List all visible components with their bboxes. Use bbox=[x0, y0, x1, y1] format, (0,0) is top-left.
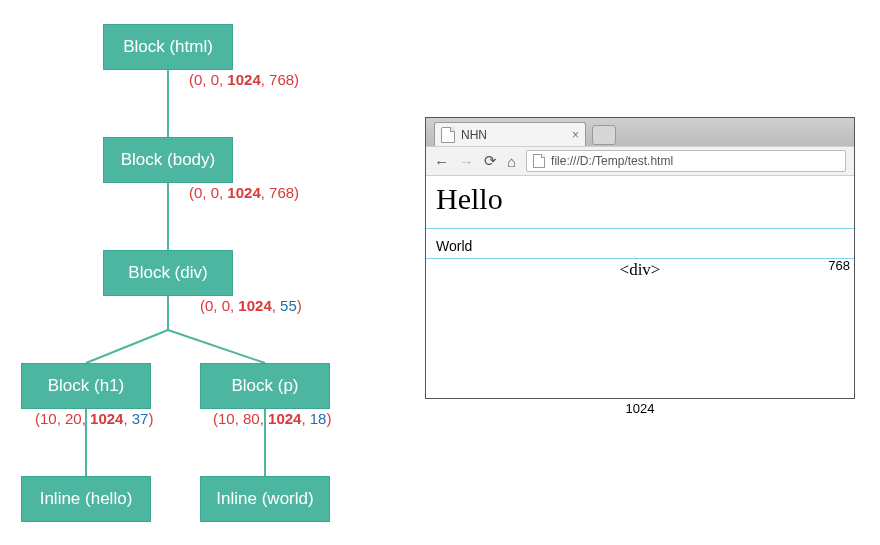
browser-viewport: Hello World <div> 768 bbox=[426, 176, 854, 398]
page-h1: Hello bbox=[436, 182, 503, 216]
div-label: <div> bbox=[426, 260, 854, 280]
node-block-body: Block (body) bbox=[103, 137, 233, 183]
node-inline-hello: Inline (hello) bbox=[21, 476, 151, 522]
node-label: Inline (world) bbox=[216, 489, 313, 509]
node-label: Block (html) bbox=[123, 37, 213, 57]
address-bar[interactable]: file:///D:/Temp/test.html bbox=[526, 150, 846, 172]
browser-tab[interactable]: NHN × bbox=[434, 122, 586, 146]
home-icon[interactable]: ⌂ bbox=[507, 153, 516, 170]
node-label: Block (p) bbox=[231, 376, 298, 396]
url-text: file:///D:/Temp/test.html bbox=[551, 154, 673, 168]
file-icon bbox=[441, 127, 455, 143]
browser-tabbar: NHN × bbox=[426, 118, 854, 146]
close-icon[interactable]: × bbox=[572, 128, 579, 142]
browser-window: NHN × ← → ⟳ ⌂ file:///D:/Temp/test.html … bbox=[425, 117, 855, 399]
tab-title: NHN bbox=[461, 128, 487, 142]
node-label: Inline (hello) bbox=[40, 489, 133, 509]
node-label: Block (body) bbox=[121, 150, 215, 170]
coords-body: (0, 0, 1024, 768) bbox=[189, 184, 299, 201]
dim-height: 768 bbox=[828, 258, 850, 273]
diagram-stage: Block (html) (0, 0, 1024, 768) Block (bo… bbox=[0, 0, 880, 545]
svg-line-3 bbox=[86, 330, 168, 363]
node-block-div: Block (div) bbox=[103, 250, 233, 296]
highlight-line bbox=[426, 228, 854, 229]
highlight-line bbox=[426, 258, 854, 259]
node-block-h1: Block (h1) bbox=[21, 363, 151, 409]
page-p: World bbox=[436, 238, 472, 254]
node-block-html: Block (html) bbox=[103, 24, 233, 70]
svg-line-4 bbox=[168, 330, 265, 363]
coords-h1: (10, 20, 1024, 37) bbox=[35, 410, 153, 427]
browser-toolbar: ← → ⟳ ⌂ file:///D:/Temp/test.html bbox=[426, 146, 854, 176]
forward-icon[interactable]: → bbox=[459, 153, 474, 170]
node-label: Block (h1) bbox=[48, 376, 125, 396]
page-icon bbox=[533, 154, 545, 168]
reload-icon[interactable]: ⟳ bbox=[484, 152, 497, 170]
coords-html: (0, 0, 1024, 768) bbox=[189, 71, 299, 88]
coords-div: (0, 0, 1024, 55) bbox=[200, 297, 302, 314]
node-label: Block (div) bbox=[128, 263, 207, 283]
coords-p: (10, 80, 1024, 18) bbox=[213, 410, 331, 427]
new-tab-button[interactable] bbox=[592, 125, 616, 145]
node-block-p: Block (p) bbox=[200, 363, 330, 409]
dim-width: 1024 bbox=[425, 401, 855, 416]
back-icon[interactable]: ← bbox=[434, 153, 449, 170]
node-inline-world: Inline (world) bbox=[200, 476, 330, 522]
